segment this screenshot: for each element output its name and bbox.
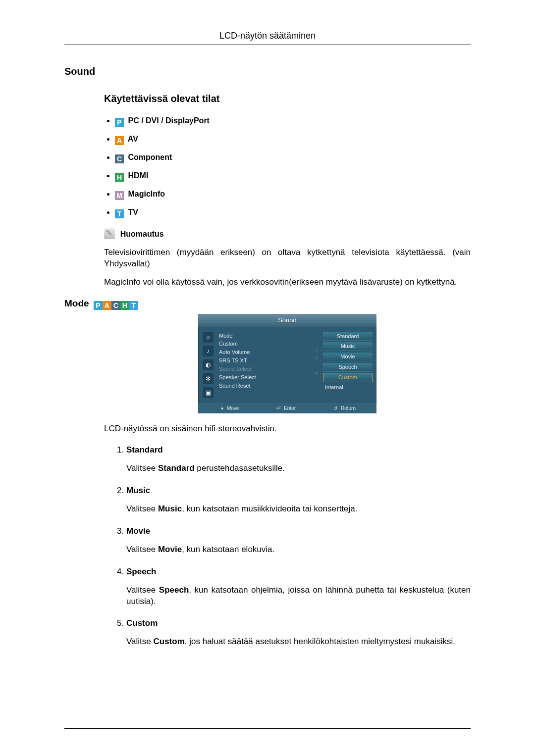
osd-colon-col: :: : xyxy=(316,332,319,398)
osd-speaker-value: Internal xyxy=(323,383,373,392)
text: Valitse xyxy=(126,637,154,646)
divider-top xyxy=(64,45,471,45)
text-bold: Speech xyxy=(159,585,189,595)
mode-badge-row: P A C H T xyxy=(94,301,138,310)
osd-option: Speech xyxy=(323,362,373,372)
mode-item-hdmi: H HDMI xyxy=(115,170,471,182)
osd-option: Music xyxy=(323,342,373,351)
mode-label: AV xyxy=(128,135,138,143)
option-title: Speech xyxy=(126,566,471,578)
osd-right-col: Standard Music Movie Speech Custom Inter… xyxy=(323,332,373,398)
osd-hint-move: ♦ Move xyxy=(219,405,239,412)
text-bold: Music xyxy=(158,504,182,513)
mode-label: PC / DVI / DisplayPort xyxy=(128,116,209,125)
mode-label: HDMI xyxy=(128,171,148,180)
m-icon: M xyxy=(115,191,124,200)
a-icon: A xyxy=(115,136,124,145)
text: Valitsee xyxy=(126,463,158,473)
osd-hint-label: Return xyxy=(339,405,356,411)
option-speech: Speech Valitsee Speech, kun katsotaan oh… xyxy=(126,566,471,607)
gear-icon: ✻ xyxy=(203,373,214,384)
option-standard: Standard Valitsee Standard perustehdasas… xyxy=(126,445,471,474)
text: Valitsee xyxy=(126,504,158,513)
mode-item-magicinfo: M MagicInfo xyxy=(115,189,471,200)
h-icon: H xyxy=(115,173,124,182)
text: Valitsee xyxy=(126,545,158,554)
text: , kun katsotaan musiikkivideoita tai kon… xyxy=(182,504,357,513)
mode-item-tv: T TV xyxy=(115,207,471,218)
text-bold: Movie xyxy=(158,545,182,554)
option-title: Movie xyxy=(126,526,471,537)
p-icon: P xyxy=(115,118,124,127)
page: LCD-näytön säätäminen Sound Käytettäviss… xyxy=(0,0,535,756)
page-header: LCD-näytön säätäminen xyxy=(64,30,471,42)
osd-menu-item: Custom xyxy=(219,340,312,348)
osd-option: Movie xyxy=(323,352,373,361)
text: perustehdasasetuksille. xyxy=(195,463,285,473)
mode-title: Mode xyxy=(64,298,89,308)
h-icon: H xyxy=(120,301,129,310)
brightness-icon: ☼ xyxy=(203,332,214,343)
osd-body: ☼ ♪ ◐ ✻ ▣ Mode Custom Auto Volume SRS TS… xyxy=(198,327,376,403)
modes-list: P PC / DVI / DisplayPort A AV C Componen… xyxy=(104,115,471,218)
osd-figure: Sound ☼ ♪ ◐ ✻ ▣ Mode Custom Auto Volume … xyxy=(64,314,471,413)
c-icon: C xyxy=(111,301,120,310)
option-title: Custom xyxy=(126,618,471,629)
osd-menu-item: Mode xyxy=(219,332,312,340)
text: Valitsee xyxy=(126,585,159,595)
osd-footer: ♦ Move ⏎ Enter ↺ Return xyxy=(198,403,376,414)
osd-menu-item: SRS TS XT xyxy=(219,356,312,365)
desc-intro: LCD-näytössä on sisäinen hifi-stereovahv… xyxy=(104,423,471,435)
mode-label: MagicInfo xyxy=(128,190,165,198)
option-title: Music xyxy=(126,485,471,497)
osd-columns: Mode Custom Auto Volume SRS TS XT Sound … xyxy=(219,332,373,398)
p-icon: P xyxy=(94,301,103,310)
output-icon: ▣ xyxy=(203,387,214,398)
modes-section: Käytettävissä olevat tilat P PC / DVI / … xyxy=(64,92,471,288)
option-movie: Movie Valitsee Movie, kun katsotaan elok… xyxy=(126,526,471,555)
mode-item-av: A AV xyxy=(115,134,471,145)
mode-heading: Mode P A C H T xyxy=(64,297,471,310)
osd-menu-list: Mode Custom Auto Volume SRS TS XT Sound … xyxy=(219,332,312,398)
osd-title: Sound xyxy=(198,314,376,327)
osd-hint-return: ↺ Return xyxy=(331,405,356,412)
text: , jos haluat säätää asetukset henkilökoh… xyxy=(185,637,455,646)
option-custom: Custom Valitse Custom, jos haluat säätää… xyxy=(126,618,471,648)
osd-hint-label: Enter xyxy=(282,405,296,411)
divider-bottom xyxy=(64,728,471,729)
mode-item-component: C Component xyxy=(115,152,471,163)
section-title-sound: Sound xyxy=(64,65,471,78)
option-text: Valitse Custom, jos haluat säätää asetuk… xyxy=(126,636,471,648)
text-bold: Standard xyxy=(158,463,195,473)
note-paragraph-2: MagicInfo voi olla käytössä vain, jos ve… xyxy=(104,277,471,288)
options-list: Standard Valitsee Standard perustehdasas… xyxy=(104,445,471,648)
t-icon: T xyxy=(129,301,138,310)
note-paragraph-1: Televisiovirittimen (myydään erikseen) o… xyxy=(104,247,471,270)
osd-sidebar: ☼ ♪ ◐ ✻ ▣ xyxy=(202,332,214,398)
text-bold: Custom xyxy=(154,637,185,646)
osd-menu-item: Auto Volume xyxy=(219,348,312,356)
mode-label: Component xyxy=(128,153,172,161)
mode-label: TV xyxy=(128,208,138,216)
text: , kun katsotaan elokuvia. xyxy=(182,545,274,554)
option-text: Valitsee Music, kun katsotaan musiikkivi… xyxy=(126,504,471,515)
option-text: Valitsee Speech, kun katsotaan ohjelmia,… xyxy=(126,585,471,607)
osd-option: Standard xyxy=(323,332,373,341)
option-text: Valitsee Standard perustehdasasetuksille… xyxy=(126,463,471,474)
option-music: Music Valitsee Music, kun katsotaan musi… xyxy=(126,485,471,515)
c-icon: C xyxy=(115,154,124,163)
note-icon xyxy=(104,228,115,239)
osd-panel: Sound ☼ ♪ ◐ ✻ ▣ Mode Custom Auto Volume … xyxy=(198,314,376,413)
note-label: Huomautus xyxy=(120,230,164,238)
option-text: Valitsee Movie, kun katsotaan elokuvia. xyxy=(126,544,471,555)
osd-menu-item: Sound Reset xyxy=(219,382,312,390)
mode-item-pc: P PC / DVI / DisplayPort xyxy=(115,115,471,127)
description-section: LCD-näytössä on sisäinen hifi-stereovahv… xyxy=(64,423,471,648)
osd-option-selected: Custom xyxy=(323,373,373,382)
option-title: Standard xyxy=(126,445,471,456)
t-icon: T xyxy=(115,209,124,218)
a-icon: A xyxy=(103,301,111,310)
modes-heading: Käytettävissä olevat tilat xyxy=(104,92,471,105)
osd-menu-item: Sound Select xyxy=(219,365,312,373)
osd-hint-enter: ⏎ Enter xyxy=(274,405,296,412)
